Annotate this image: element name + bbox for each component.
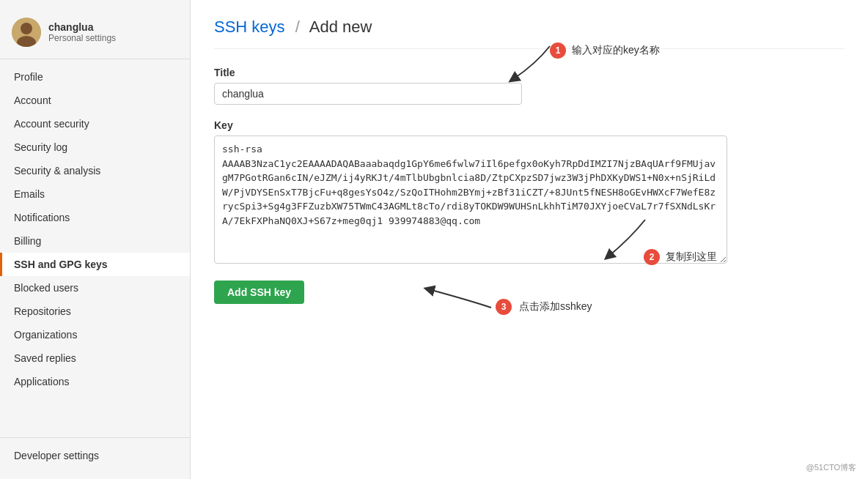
sidebar-item-emails[interactable]: Emails (0, 182, 190, 206)
key-label: Key (214, 119, 845, 131)
sidebar-item-account-security[interactable]: Account security (0, 112, 190, 135)
title-separator: / (295, 18, 300, 36)
sidebar-username: changlua (48, 21, 116, 33)
annotation-badge-3: 3 (496, 299, 512, 315)
title-suffix: Add new (309, 18, 372, 36)
avatar (12, 18, 41, 47)
annotation-text-3: 点击添加sshkey (519, 300, 592, 313)
sidebar-item-blocked-users[interactable]: Blocked users (0, 276, 190, 300)
sidebar-item-account[interactable]: Account (0, 89, 190, 112)
sidebar-item-notifications[interactable]: Notifications (0, 206, 190, 229)
sidebar-item-saved-replies[interactable]: Saved replies (0, 346, 190, 370)
title-label: Title (214, 67, 845, 78)
sidebar-subtitle: Personal settings (48, 33, 116, 43)
sidebar-item-repositories[interactable]: Repositories (0, 300, 190, 323)
add-ssh-key-button[interactable]: Add SSH key (214, 281, 304, 304)
main-content: SSH keys / Add new Title Key Add SSH key… (191, 0, 868, 479)
annotation-arrow-3 (418, 278, 499, 315)
page-title: SSH keys / Add new (214, 18, 372, 37)
sidebar-user-section: changlua Personal settings (0, 12, 190, 59)
sidebar-item-profile[interactable]: Profile (0, 65, 190, 89)
sidebar-nav: Profile Account Account security Securit… (0, 65, 190, 393)
watermark: @51CTO博客 (806, 462, 856, 473)
ssh-keys-link[interactable]: SSH keys (214, 18, 285, 36)
sidebar-item-billing[interactable]: Billing (0, 229, 190, 253)
sidebar-item-developer-settings[interactable]: Developer settings (0, 444, 190, 467)
sidebar-item-security-analysis[interactable]: Security & analysis (0, 159, 190, 182)
sidebar-item-security-log[interactable]: Security log (0, 135, 190, 159)
sidebar-user-info: changlua Personal settings (48, 21, 116, 43)
key-field-group: Key (214, 119, 845, 266)
sidebar-item-applications[interactable]: Applications (0, 370, 190, 393)
sidebar-item-organizations[interactable]: Organizations (0, 323, 190, 346)
title-field-group: Title (214, 67, 845, 105)
svg-point-1 (21, 23, 32, 34)
title-input[interactable] (214, 83, 522, 105)
page-header: SSH keys / Add new (214, 18, 845, 49)
sidebar-developer-section: Developer settings (0, 437, 190, 467)
sidebar-item-ssh-gpg-keys[interactable]: SSH and GPG keys (0, 253, 190, 276)
key-textarea[interactable] (214, 135, 727, 264)
sidebar: changlua Personal settings Profile Accou… (0, 0, 191, 479)
